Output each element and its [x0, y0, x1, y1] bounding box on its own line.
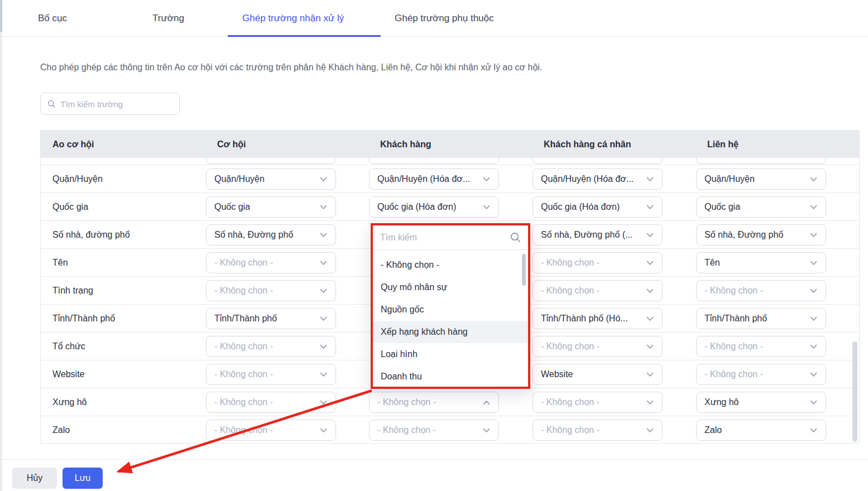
select-value: Quốc gia (Hóa đơn)	[541, 202, 620, 212]
field-select[interactable]: Xưng hô	[696, 392, 826, 413]
table-cell: Xưng hô	[696, 388, 860, 416]
tab-bo-cuc[interactable]: Bố cục	[38, 0, 67, 36]
chevron-down-icon	[810, 233, 817, 238]
field-select[interactable]: - Không chọn -	[533, 252, 663, 273]
field-select[interactable]: Quận/Huyện (Hóa đơ...	[369, 169, 499, 190]
dropdown-search-input[interactable]	[380, 233, 506, 243]
field-select[interactable]: Số nhà, Đường phố	[696, 224, 826, 246]
tab-truong[interactable]: Trường	[152, 0, 184, 36]
table-cell: - Không chọn -	[696, 360, 860, 388]
chevron-down-icon	[810, 205, 817, 210]
field-select-open[interactable]: - Không chọn -	[369, 392, 499, 413]
select-value: Quốc gia	[704, 202, 740, 212]
dropdown-option[interactable]: Quy mô nhân sự	[373, 276, 528, 299]
field-select[interactable]: Website	[533, 364, 663, 385]
field-select[interactable]: - Không chọn -	[206, 364, 336, 385]
field-select[interactable]: Số nhà, Đường phố	[206, 224, 336, 246]
table-cell: Quốc gia	[696, 193, 860, 220]
table-cell: - Không chọn -	[206, 249, 369, 276]
select-value: Quận/Huyện	[704, 174, 755, 184]
select-value: - Không chọn -	[541, 341, 600, 352]
field-select[interactable]: - Không chọn -	[206, 336, 336, 357]
field-select[interactable]: Quận/Huyện	[206, 169, 336, 190]
field-select[interactable]: Số nhà, Đường phố (...	[533, 224, 663, 246]
field-select[interactable]: Tỉnh/Thành phố	[696, 308, 826, 329]
table-cell: - Không chọn -	[206, 333, 369, 360]
search-icon	[47, 99, 55, 108]
field-select[interactable]: Quận/Huyện	[696, 169, 826, 190]
select-value: Quốc gia	[214, 202, 250, 212]
field-select[interactable]: - Không chọn -	[533, 392, 663, 413]
field-select[interactable]: Tên	[696, 252, 826, 273]
select-value: Số nhà, Đường phố	[214, 230, 293, 240]
field-search-input[interactable]	[60, 99, 172, 109]
field-mapping-screen: Bố cục Trường Ghép trường nhận xử lý Ghé…	[0, 0, 868, 491]
chevron-down-icon	[320, 400, 327, 405]
field-select[interactable]: Quốc gia (Hóa đơn)	[369, 196, 499, 218]
field-select[interactable]: - Không chọn -	[696, 364, 826, 385]
field-select[interactable]: Quận/Huyện (Hóa đơ...	[533, 169, 663, 190]
dropdown-option-highlighted[interactable]: Xếp hạng khách hàng	[373, 321, 528, 343]
table-cell: Tỉnh/Thành phố (Hó...	[533, 305, 696, 332]
select-value: - Không chọn -	[214, 425, 273, 435]
column-header: Ao cơ hội	[41, 139, 206, 150]
row-label: Zalo	[41, 416, 206, 444]
tab-ghep-truong-nhan-xu-ly[interactable]: Ghép trường nhận xử lý	[242, 0, 344, 36]
field-select[interactable]	[696, 158, 826, 164]
dropdown-option[interactable]: Doanh thu	[373, 365, 528, 388]
field-select[interactable]	[533, 158, 663, 164]
table-cell: Quận/Huyện (Hóa đơ...	[369, 165, 533, 192]
field-select[interactable]	[206, 158, 336, 164]
field-select[interactable]: Quốc gia (Hóa đơn)	[533, 196, 663, 218]
field-select[interactable]: - Không chọn -	[206, 280, 336, 301]
table-scrollbar-thumb[interactable]	[852, 341, 857, 442]
select-value: Quốc gia (Hóa đơn)	[377, 202, 456, 212]
field-select[interactable]: Zalo	[696, 420, 826, 441]
select-value: - Không chọn -	[704, 341, 763, 352]
field-select[interactable]: Quốc gia	[696, 196, 826, 218]
table-row: Zalo- Không chọn -- Không chọn -- Không …	[41, 416, 859, 444]
cancel-button[interactable]: Hủy	[12, 468, 57, 489]
field-select[interactable]: - Không chọn -	[206, 392, 336, 413]
row-label: Quận/Huyện	[41, 165, 206, 192]
dropdown-option[interactable]: Nguồn gốc	[373, 299, 528, 321]
field-select[interactable]: - Không chọn -	[696, 336, 826, 357]
dropdown-option[interactable]: Loại hình	[373, 343, 528, 365]
chevron-down-icon	[483, 177, 490, 182]
select-value: - Không chọn -	[377, 425, 436, 435]
tab-ghep-truong-phu-thuoc[interactable]: Ghép trường phụ thuộc	[395, 0, 494, 36]
select-value: - Không chọn -	[704, 369, 763, 379]
column-header: Khách hàng	[369, 139, 533, 150]
field-select[interactable]: - Không chọn -	[533, 420, 663, 441]
chevron-down-icon	[810, 428, 817, 433]
field-select[interactable]: - Không chọn -	[696, 280, 826, 301]
table-cell: Quốc gia (Hóa đơn)	[533, 193, 696, 220]
field-select[interactable]: Quốc gia	[206, 196, 336, 218]
table-cell: Số nhà, Đường phố (...	[533, 221, 696, 248]
field-select[interactable]: - Không chọn -	[206, 252, 336, 273]
dropdown-option[interactable]: - Không chọn -	[373, 254, 528, 276]
select-value: Quận/Huyện	[214, 174, 265, 184]
chevron-down-icon	[320, 372, 327, 377]
field-select[interactable]: Tỉnh/Thành phố	[206, 308, 336, 329]
table-cell: - Không chọn -	[533, 277, 696, 304]
table-cell: - Không chọn -	[696, 277, 860, 304]
select-value: - Không chọn -	[541, 425, 600, 435]
field-search-box	[40, 93, 180, 115]
table-row: Quận/HuyệnQuận/HuyệnQuận/Huyện (Hóa đơ..…	[41, 165, 859, 192]
field-select[interactable]	[369, 158, 499, 164]
section-description: Cho phép ghép các thông tin trên Ao cơ h…	[40, 62, 542, 73]
select-value: - Không chọn -	[541, 397, 600, 407]
field-select[interactable]: - Không chọn -	[369, 420, 499, 441]
column-header: Liên hệ	[696, 139, 860, 150]
dropdown-scrollbar-thumb[interactable]	[522, 254, 526, 286]
select-value: Tỉnh/Thành phố	[214, 314, 277, 324]
field-select[interactable]: - Không chọn -	[533, 280, 663, 301]
select-value: - Không chọn -	[214, 369, 273, 379]
field-select[interactable]: - Không chọn -	[533, 336, 663, 357]
dropdown-options-list: - Không chọn -Quy mô nhân sựNguồn gốcXếp…	[373, 250, 528, 388]
field-select[interactable]: - Không chọn -	[206, 420, 336, 441]
save-button[interactable]: Lưu	[63, 468, 103, 489]
field-select[interactable]: Tỉnh/Thành phố (Hó...	[533, 308, 663, 329]
search-icon	[510, 232, 521, 243]
